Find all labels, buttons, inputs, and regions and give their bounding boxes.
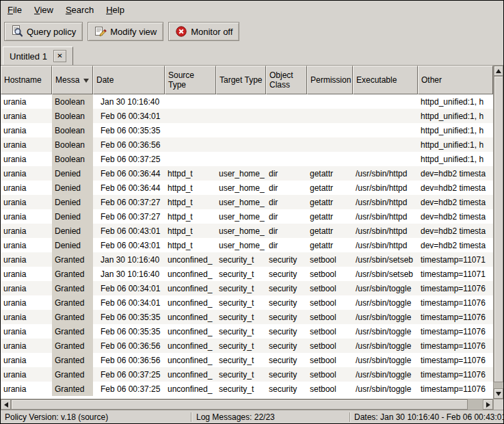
table-row[interactable]: urania Granted Feb 06 00:34:01 unconfine… <box>1 295 493 310</box>
table-row[interactable]: urania Boolean Feb 06 00:34:01 httpd_uni… <box>1 109 493 123</box>
tab-close-button[interactable]: ✕ <box>53 50 66 62</box>
cell-executable: /usr/sbin/toggle <box>353 367 418 382</box>
vertical-scroll-thumb[interactable] <box>494 76 503 382</box>
table-row[interactable]: urania Boolean Feb 06 00:36:56 httpd_uni… <box>1 137 493 152</box>
cell-source-type <box>165 94 216 109</box>
col-header-source-type[interactable]: Source Type <box>165 66 216 94</box>
col-header-executable[interactable]: Executable <box>353 66 418 94</box>
cell-date: Feb 06 00:43:01 <box>93 238 165 252</box>
col-header-hostname[interactable]: Hostname <box>1 66 52 94</box>
cell-hostname: urania <box>1 123 52 137</box>
cell-source-type: unconfined_ <box>165 310 216 324</box>
down-arrow-icon <box>496 392 501 396</box>
cell-target-type: security_t <box>216 252 266 267</box>
table-row[interactable]: urania Denied Feb 06 00:37:27 httpd_t us… <box>1 195 493 209</box>
table-row[interactable]: urania Granted Feb 06 00:37:25 unconfine… <box>1 382 493 396</box>
table-row[interactable]: urania Granted Jan 30 10:16:40 unconfine… <box>1 252 493 267</box>
cell-source-type: httpd_t <box>165 224 216 238</box>
scroll-down-button[interactable] <box>494 388 503 399</box>
log-table: Hostname Messa Date Source Type Target T… <box>1 66 493 399</box>
cell-other: dev=hdb2 timesta <box>418 209 493 224</box>
scroll-left-button[interactable] <box>1 399 11 410</box>
cell-executable: /usr/sbin/toggle <box>353 281 418 295</box>
modify-view-button[interactable]: Modify view <box>88 22 163 41</box>
cell-target-type: security_t <box>216 339 266 353</box>
cell-source-type: unconfined_ <box>165 353 216 367</box>
cell-other: timestamp=11071 <box>418 267 493 281</box>
table-row[interactable]: urania Denied Feb 06 00:43:01 httpd_t us… <box>1 238 493 252</box>
col-header-other[interactable]: Other <box>418 66 493 94</box>
cell-permission: setbool <box>307 367 353 382</box>
cell-message: Granted <box>52 295 93 310</box>
col-header-permission[interactable]: Permission <box>307 66 353 94</box>
cell-hostname: urania <box>1 109 52 123</box>
cell-date: Feb 06 00:37:25 <box>93 367 165 382</box>
query-policy-button[interactable]: Query policy <box>4 22 83 41</box>
cell-message: Granted <box>52 339 93 353</box>
cell-permission: setbool <box>307 267 353 281</box>
cell-hostname: urania <box>1 181 52 195</box>
cell-hostname: urania <box>1 281 52 295</box>
menu-search[interactable]: Search <box>66 5 94 15</box>
table-row[interactable]: urania Granted Feb 06 00:36:56 unconfine… <box>1 339 493 353</box>
menu-file[interactable]: File <box>8 5 22 15</box>
up-arrow-icon <box>496 69 501 73</box>
vertical-scrollbar[interactable] <box>493 66 503 399</box>
cell-source-type: unconfined_ <box>165 281 216 295</box>
cell-date: Feb 06 00:37:27 <box>93 209 165 224</box>
table-row[interactable]: urania Granted Feb 06 00:36:56 unconfine… <box>1 353 493 367</box>
table-row[interactable]: urania Denied Feb 06 00:36:44 httpd_t us… <box>1 166 493 181</box>
cell-hostname: urania <box>1 252 52 267</box>
cell-other: dev=hdb2 timesta <box>418 195 493 209</box>
table-row[interactable]: urania Granted Feb 06 00:35:35 unconfine… <box>1 310 493 324</box>
table-row[interactable]: urania Denied Feb 06 00:36:44 httpd_t us… <box>1 181 493 195</box>
scroll-up-button[interactable] <box>494 66 503 76</box>
scroll-right-button[interactable] <box>483 399 493 410</box>
menu-view[interactable]: View <box>34 5 53 15</box>
horizontal-scroll-trough[interactable] <box>11 399 483 410</box>
table-row[interactable]: urania Boolean Jan 30 10:16:40 httpd_uni… <box>1 94 493 109</box>
table-row[interactable]: urania Granted Feb 06 00:37:25 unconfine… <box>1 367 493 382</box>
col-header-target-type[interactable]: Target Type <box>216 66 266 94</box>
cell-date: Feb 06 00:35:35 <box>93 310 165 324</box>
cell-source-type: httpd_t <box>165 166 216 181</box>
table-row[interactable]: urania Denied Feb 06 00:43:01 httpd_t us… <box>1 224 493 238</box>
monitor-off-button[interactable]: Monitor off <box>168 22 239 41</box>
table-row[interactable]: urania Boolean Feb 06 00:37:25 httpd_uni… <box>1 152 493 166</box>
table-row[interactable]: urania Granted Feb 06 00:35:35 unconfine… <box>1 324 493 339</box>
table-row[interactable]: urania Denied Feb 06 00:37:27 httpd_t us… <box>1 209 493 224</box>
cell-other: httpd_unified:1, h <box>418 109 493 123</box>
menu-help[interactable]: Help <box>106 5 124 15</box>
cell-permission: getattr <box>307 224 353 238</box>
cell-date: Feb 06 00:37:25 <box>93 152 165 166</box>
toolbar: Query policy Modify view <box>1 18 503 44</box>
table-row[interactable]: urania Boolean Feb 06 00:35:35 httpd_uni… <box>1 123 493 137</box>
cell-executable <box>353 123 418 137</box>
cell-message: Boolean <box>52 137 93 152</box>
cell-source-type: httpd_t <box>165 195 216 209</box>
cell-target-type: security_t <box>216 310 266 324</box>
tab-untitled-1[interactable]: Untitled 1 ✕ <box>3 47 73 65</box>
cell-permission <box>307 109 353 123</box>
horizontal-scrollbar[interactable] <box>1 399 493 410</box>
col-header-object-class[interactable]: Object Class <box>266 66 307 94</box>
cell-source-type: unconfined_ <box>165 367 216 382</box>
horizontal-scroll-thumb[interactable] <box>11 399 468 410</box>
vertical-scroll-trough[interactable] <box>494 76 503 388</box>
cell-message: Denied <box>52 224 93 238</box>
table-row[interactable]: urania Granted Jan 30 10:16:40 unconfine… <box>1 267 493 281</box>
cell-object-class: security <box>266 281 307 295</box>
cell-executable: /usr/sbin/httpd <box>353 238 418 252</box>
left-arrow-icon <box>4 402 8 408</box>
col-header-date[interactable]: Date <box>93 66 165 94</box>
scrollbar-corner <box>493 399 503 410</box>
table-row[interactable]: urania Granted Feb 06 00:34:01 unconfine… <box>1 281 493 295</box>
cell-permission: setbool <box>307 339 353 353</box>
dates-status: Dates: Jan 30 10:16:40 - Feb 06 00:43:01 <box>349 412 503 422</box>
cell-hostname: urania <box>1 137 52 152</box>
cell-date: Feb 06 00:37:25 <box>93 382 165 396</box>
cell-permission: setbool <box>307 252 353 267</box>
col-header-message[interactable]: Messa <box>52 66 93 94</box>
cell-permission: setbool <box>307 295 353 310</box>
cell-hostname: urania <box>1 324 52 339</box>
